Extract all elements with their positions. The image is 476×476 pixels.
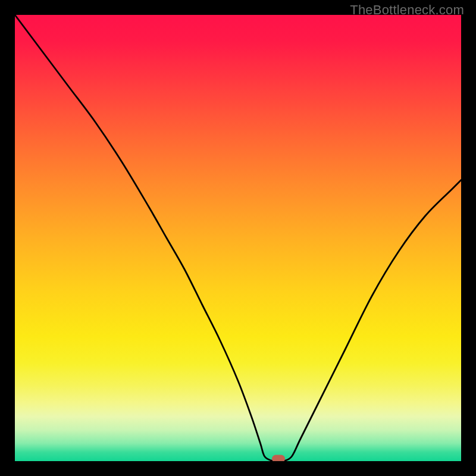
watermark-text: TheBottleneck.com (350, 2, 464, 18)
bottleneck-curve (15, 15, 461, 461)
curve-path (15, 15, 461, 461)
chart-frame: TheBottleneck.com (0, 0, 476, 476)
optimal-point-marker (272, 455, 285, 461)
plot-area (15, 15, 461, 461)
